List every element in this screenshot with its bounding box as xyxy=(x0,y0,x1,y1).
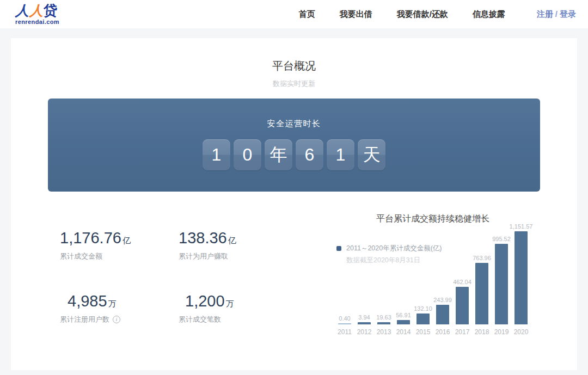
logo-char-ren1: 人 xyxy=(15,3,29,18)
stat-unit: 万 xyxy=(108,299,117,309)
bar xyxy=(475,263,488,324)
year-label: 2018 xyxy=(472,328,492,336)
auth-divider: / xyxy=(555,9,558,19)
year-label: 2019 xyxy=(492,328,511,336)
chart-bar-column: 3.94 xyxy=(354,314,374,324)
bar xyxy=(436,305,449,324)
chart-bar-column: 763.96 xyxy=(472,255,492,324)
stat-unit: 亿 xyxy=(228,236,236,245)
stat-value: 1,200 xyxy=(185,293,225,310)
year-label: 2013 xyxy=(374,328,394,336)
stat-unit: 万 xyxy=(226,299,234,309)
chart-bar-column: 462.04 xyxy=(452,279,472,324)
content-card: 平台概况 数据实时更新 安全运营时长 1 0 年 6 1 天 1,176.76 … xyxy=(11,38,577,370)
chart-plot: 0.403.9419.6356.91132.10243.99462.04763.… xyxy=(335,211,531,324)
bar xyxy=(456,287,469,324)
stat-user-earnings: 138.36 亿 累计为用户赚取 xyxy=(179,230,236,261)
chart-title: 平台累计成交额持续稳健增长 xyxy=(335,213,531,225)
logo-char-ren2: 人 xyxy=(29,3,44,18)
year-label: 2017 xyxy=(452,328,472,336)
logo[interactable]: 人人贷 renrendai.com xyxy=(15,4,59,25)
year-label: 2014 xyxy=(394,328,413,336)
stat-value: 138.36 xyxy=(179,230,227,247)
legend-note: 数据截至2020年8月31日 xyxy=(346,256,442,265)
stat-label: 累计成交金额 xyxy=(60,251,131,261)
nav-item-disclosure[interactable]: 信息披露 xyxy=(473,9,505,20)
login-link[interactable]: 登录 xyxy=(560,9,576,19)
stat-label: 累计注册用户数i xyxy=(60,315,120,324)
legend-label: 2011～2020年累计成交金额(亿) xyxy=(346,244,442,253)
bar-value-label: 19.63 xyxy=(376,314,391,321)
bar-value-label: 56.91 xyxy=(396,312,411,318)
bar-value-label: 0.40 xyxy=(339,315,350,322)
flip-tile: 6 xyxy=(296,139,323,170)
banner-title: 安全运营时长 xyxy=(48,119,540,129)
stat-label-text: 累计成交金额 xyxy=(60,251,102,261)
flip-tile: 1 xyxy=(327,139,354,170)
auth-links: 注册/登录 xyxy=(537,9,576,20)
legend-marker xyxy=(336,246,341,251)
year-label: 2015 xyxy=(413,328,433,336)
logo-cn-text: 人人贷 xyxy=(15,4,59,17)
main-nav: 首页 我要出借 我要借款/还款 信息披露 注册/登录 xyxy=(274,9,576,20)
stat-label-text: 累计注册用户数 xyxy=(60,315,109,324)
logo-domain: renrendai.com xyxy=(15,19,59,25)
logo-char-dai: 贷 xyxy=(44,3,58,18)
stat-registered-users: 4,985 万 累计注册用户数i xyxy=(60,293,120,324)
nav-item-home[interactable]: 首页 xyxy=(299,9,315,20)
bar-value-label: 763.96 xyxy=(473,255,491,261)
bar xyxy=(397,320,410,324)
stat-value: 4,985 xyxy=(68,293,107,310)
stat-label-text: 累计成交笔数 xyxy=(179,315,221,324)
stat-total-deals: 1,200 万 累计成交笔数 xyxy=(179,293,234,324)
chart-bar-column: 132.10 xyxy=(413,305,433,324)
bar xyxy=(495,244,508,324)
flip-tile: 0 xyxy=(234,139,261,170)
bar xyxy=(358,322,371,324)
flip-tile: 年 xyxy=(265,139,292,170)
year-label: 2016 xyxy=(433,328,452,336)
chart-legend: 2011～2020年累计成交金额(亿) 数据截至2020年8月31日 xyxy=(336,244,442,265)
chart-x-axis: 2011201220132014201520162017201820192020 xyxy=(335,328,531,336)
year-label: 2012 xyxy=(354,328,374,336)
page-title: 平台概况 xyxy=(11,59,577,73)
bar-value-label: 132.10 xyxy=(414,305,432,312)
stat-label: 累计为用户赚取 xyxy=(179,251,236,261)
nav-item-borrow-repay[interactable]: 我要借款/还款 xyxy=(397,9,448,20)
chart-bar-column: 1,151.57 xyxy=(511,223,531,324)
page-subtitle: 数据实时更新 xyxy=(11,79,577,89)
chart-bar-column: 243.99 xyxy=(433,297,452,324)
stat-total-turnover: 1,176.76 亿 累计成交金额 xyxy=(60,230,131,261)
stat-unit: 亿 xyxy=(122,236,131,245)
flip-tile: 天 xyxy=(358,139,385,170)
cumulative-turnover-chart: 0.403.9419.6356.91132.10243.99462.04763.… xyxy=(335,211,539,358)
bar-value-label: 462.04 xyxy=(453,279,471,285)
bar xyxy=(338,323,351,324)
nav-item-lend[interactable]: 我要出借 xyxy=(340,9,372,20)
chart-bar-column: 19.63 xyxy=(374,314,394,324)
year-label: 2020 xyxy=(511,328,531,336)
operation-banner: 安全运营时长 1 0 年 6 1 天 xyxy=(48,99,540,192)
flip-tile: 1 xyxy=(203,139,230,170)
bar-value-label: 995.52 xyxy=(492,236,511,242)
stat-label: 累计成交笔数 xyxy=(179,315,234,324)
bar xyxy=(514,231,528,324)
stat-label-text: 累计为用户赚取 xyxy=(179,251,228,261)
bar-value-label: 243.99 xyxy=(433,297,452,303)
chart-bar-column: 56.91 xyxy=(394,312,413,324)
stat-value: 1,176.76 xyxy=(60,230,121,247)
year-label: 2011 xyxy=(335,328,354,336)
top-header: 人人贷 renrendai.com 首页 我要出借 我要借款/还款 信息披露 注… xyxy=(0,0,588,28)
chart-bar-column: 995.52 xyxy=(492,236,511,324)
bar xyxy=(416,313,430,324)
bar xyxy=(377,322,390,324)
info-icon[interactable]: i xyxy=(113,316,120,323)
flip-tiles: 1 0 年 6 1 天 xyxy=(48,139,540,170)
chart-bar-column: 0.40 xyxy=(335,315,354,324)
bar-value-label: 3.94 xyxy=(358,314,370,321)
register-link[interactable]: 注册 xyxy=(537,9,553,19)
